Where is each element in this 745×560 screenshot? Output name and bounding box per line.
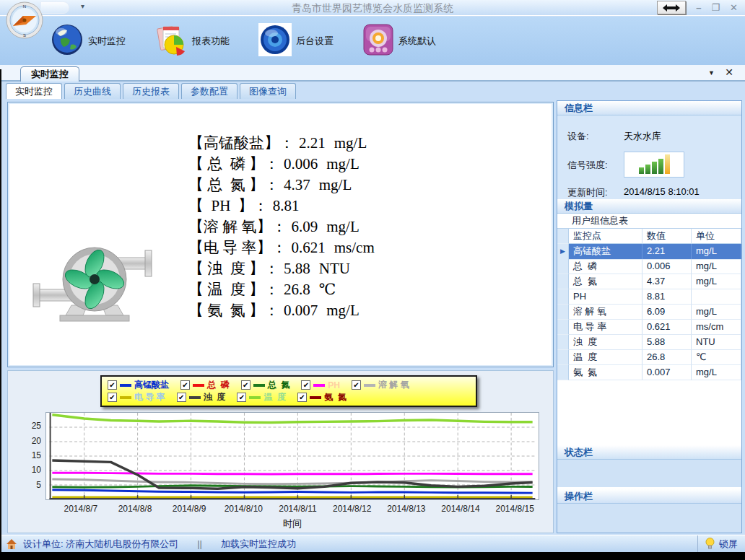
- lock-screen-button[interactable]: 锁屏: [697, 535, 745, 552]
- selected-row-arrow: ▶: [557, 244, 569, 260]
- x-tick-label: 2014/8/8: [110, 504, 160, 514]
- reading-label: 【溶 解 氧】：: [188, 218, 287, 235]
- x-axis-title: 时间: [45, 517, 539, 530]
- status-section-body: [557, 460, 741, 487]
- toolbar-settings-button[interactable]: 后台设置: [258, 23, 334, 59]
- cell-point: 总 磷: [569, 259, 642, 274]
- table-row[interactable]: PH8.81: [557, 289, 741, 305]
- legend-label: 总 氮: [268, 379, 290, 391]
- row-gutter: [557, 259, 569, 274]
- restore-button[interactable]: ❐: [711, 1, 720, 14]
- legend-checkbox[interactable]: ✔: [177, 393, 186, 402]
- table-row[interactable]: 总 磷0.006mg/L: [557, 259, 741, 274]
- x-tick-label: 2014/8/7: [56, 504, 106, 514]
- legend-checkbox[interactable]: ✔: [297, 393, 307, 402]
- bulb-icon: [705, 538, 715, 550]
- legend-item: ✔PH: [301, 380, 340, 390]
- toolbar-realtime-button[interactable]: 实时监控: [51, 23, 126, 59]
- reading-line: 【 总 磷 】：0.006mg/L: [188, 154, 375, 175]
- legend-checkbox[interactable]: ✔: [301, 380, 310, 390]
- window-left-edge: [0, 69, 1, 552]
- cell-value: 6.09: [642, 305, 692, 320]
- legend-item: ✔高锰酸盐: [108, 379, 169, 391]
- cell-value: 0.007: [642, 365, 692, 380]
- lock-screen-label: 锁屏: [719, 538, 738, 551]
- legend-label: 溶 解 氧: [378, 379, 409, 391]
- reading-value: 8.81: [273, 197, 300, 214]
- cell-value: 4.37: [642, 274, 692, 289]
- cell-value: 0.006: [642, 259, 692, 274]
- legend-checkbox[interactable]: ✔: [108, 380, 117, 390]
- row-gutter: [557, 350, 569, 365]
- legend-label: PH: [328, 380, 340, 390]
- table-row[interactable]: 浊 度5.88NTU: [557, 335, 741, 350]
- legend-item: ✔氨 氮: [297, 391, 347, 403]
- reading-unit: ms/cm: [334, 239, 375, 256]
- tabstrip-close-icon[interactable]: ✕: [725, 66, 733, 78]
- legend-item: ✔总 磷: [180, 379, 230, 391]
- table-row[interactable]: 温 度26.8℃: [557, 350, 741, 365]
- legend-checkbox[interactable]: ✔: [180, 380, 190, 390]
- legend-item: ✔浊 度: [177, 391, 226, 403]
- x-tick-label: 2014/8/15: [489, 504, 540, 514]
- update-time-value: 2014/8/15 8:10:01: [624, 186, 700, 197]
- table-row[interactable]: 电 导 率0.621ms/cm: [557, 320, 741, 335]
- legend-label: 氨 氮: [324, 391, 347, 403]
- series-温度: [52, 415, 532, 423]
- tab-realtime-monitor[interactable]: 实时监控: [20, 66, 79, 82]
- subtab-history-curve[interactable]: 历史曲线: [64, 83, 121, 99]
- legend-line-swatch: [120, 384, 131, 387]
- close-button[interactable]: ✕: [730, 1, 738, 14]
- subtab-parameter-config[interactable]: 参数配置: [181, 83, 238, 99]
- reading-label: 【 PH 】：: [188, 197, 269, 214]
- reading-label: 【 氨 氮 】：: [188, 302, 279, 319]
- quick-access-chevron-icon[interactable]: ▾: [81, 2, 84, 10]
- reading-label: 【 总 氮 】：: [188, 176, 279, 193]
- device-label: 设备:: [567, 130, 589, 143]
- reading-line: 【 浊 度 】：5.88NTU: [188, 258, 375, 279]
- subtab-realtime[interactable]: 实时监控: [6, 83, 62, 99]
- legend-line-swatch: [253, 384, 265, 387]
- resize-width-button[interactable]: [657, 1, 686, 14]
- legend-checkbox[interactable]: ✔: [108, 393, 117, 402]
- y-tick-label: 5: [22, 480, 41, 490]
- legend-label: 总 磷: [207, 379, 230, 391]
- toolbar-report-button[interactable]: 报表功能: [154, 24, 230, 58]
- title-bar: 青岛市世界园艺博览会水质监测系统 ▾ – ❐ ✕: [0, 0, 745, 16]
- cell-point: 氨 氮: [569, 365, 642, 380]
- reading-label: 【电 导 率】：: [188, 239, 287, 256]
- cell-value: 2.21: [642, 244, 692, 260]
- subtab-image-query[interactable]: 图像查询: [240, 83, 296, 99]
- y-tick-label: 15: [22, 450, 41, 460]
- toolbar-settings-label: 后台设置: [296, 35, 334, 48]
- table-row[interactable]: ▶高锰酸盐2.21mg/L: [557, 244, 741, 259]
- statusbar-separator: ||: [184, 538, 215, 549]
- minimize-button[interactable]: –: [696, 1, 701, 14]
- legend-checkbox[interactable]: ✔: [241, 380, 250, 390]
- series-高锰酸盐: [52, 490, 532, 493]
- reading-unit: mg/L: [326, 218, 360, 235]
- cell-unit: mg/L: [692, 305, 741, 320]
- tabstrip-dropdown-icon[interactable]: ▼: [708, 69, 715, 76]
- reading-label: 【 温 度 】：: [188, 281, 279, 298]
- subtab-history-report[interactable]: 历史报表: [123, 83, 179, 99]
- table-row[interactable]: 氨 氮0.007mg/L: [557, 365, 741, 380]
- y-tick-label: 25: [22, 421, 41, 431]
- cell-point: 电 导 率: [569, 320, 642, 335]
- table-row[interactable]: 总 氮4.37mg/L: [557, 274, 741, 289]
- x-tick-label: 2014/8/10: [218, 504, 269, 514]
- compass-logo-icon[interactable]: N S: [6, 1, 43, 39]
- load-status-text: 加载实时监控成功: [221, 538, 296, 551]
- table-row[interactable]: 溶 解 氧6.09mg/L: [557, 305, 741, 320]
- toolbar-report-label: 报表功能: [192, 35, 230, 48]
- reading-line: 【电 导 率】：0.621ms/cm: [188, 237, 375, 258]
- legend-checkbox[interactable]: ✔: [352, 380, 361, 390]
- status-bar: 设计单位: 济南大陆机电股份有限公司 || 加载实时监控成功 锁屏: [0, 535, 745, 552]
- status-section-header: 状态栏: [557, 445, 741, 460]
- legend-checkbox[interactable]: ✔: [237, 393, 246, 402]
- trend-chart: [45, 412, 539, 500]
- toolbar-default-button[interactable]: 系统默认: [362, 24, 436, 58]
- bottom-black-strip: [0, 552, 745, 560]
- realtime-readings-panel: 【高锰酸盐】：2.21mg/L【 总 磷 】：0.006mg/L【 总 氮 】：…: [7, 102, 554, 367]
- y-tick-label: 10: [22, 465, 41, 475]
